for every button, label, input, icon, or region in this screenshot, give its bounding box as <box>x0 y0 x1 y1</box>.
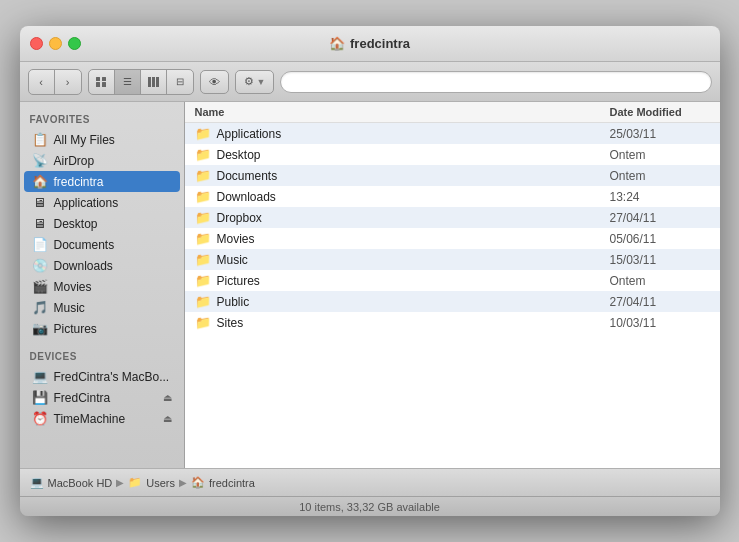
sidebar-item-label: Applications <box>54 196 119 210</box>
file-date: 25/03/11 <box>610 127 710 141</box>
chevron-down-icon: ▼ <box>257 77 266 87</box>
maximize-button[interactable] <box>68 37 81 50</box>
title-text: fredcintra <box>350 36 410 51</box>
folder-icon: 📁 <box>195 210 211 225</box>
view-buttons: ☰ ⊟ <box>88 69 194 95</box>
folder-icon: 📁 <box>195 147 211 162</box>
sidebar-item-label: Movies <box>54 280 92 294</box>
file-name: Sites <box>217 316 610 330</box>
file-date: 27/04/11 <box>610 295 710 309</box>
minimize-button[interactable] <box>49 37 62 50</box>
sidebar-item-movies[interactable]: 🎬 Movies <box>24 276 180 297</box>
table-row[interactable]: 📁 Downloads 13:24 <box>185 186 720 207</box>
sidebar-item-label: Pictures <box>54 322 97 336</box>
applications-icon: 🖥 <box>32 195 48 210</box>
table-row[interactable]: 📁 Public 27/04/11 <box>185 291 720 312</box>
folder-small-icon: 📁 <box>128 476 142 489</box>
file-date: Ontem <box>610 274 710 288</box>
home-small-icon: 🏠 <box>191 476 205 489</box>
status-bar: 10 items, 33,32 GB available <box>20 496 720 516</box>
sidebar-item-label: FredCintra <box>54 391 157 405</box>
gear-icon: ⚙ <box>244 75 254 88</box>
devices-label: DEVICES <box>20 347 184 366</box>
downloads-icon: 💿 <box>32 258 48 273</box>
sidebar-item-all-my-files[interactable]: 📋 All My Files <box>24 129 180 150</box>
table-row[interactable]: 📁 Sites 10/03/11 <box>185 312 720 333</box>
sidebar-item-timemachine[interactable]: ⏰ TimeMachine ⏏ <box>24 408 180 429</box>
folder-icon: 📁 <box>195 252 211 267</box>
file-name: Public <box>217 295 610 309</box>
file-list: 📁 Applications 25/03/11 📁 Desktop Ontem … <box>185 123 720 468</box>
sidebar-item-macbook[interactable]: 💻 FredCintra's MacBo... <box>24 366 180 387</box>
file-name: Movies <box>217 232 610 246</box>
sidebar-item-airdrop[interactable]: 📡 AirDrop <box>24 150 180 171</box>
sidebar: FAVORITES 📋 All My Files 📡 AirDrop 🏠 fre… <box>20 102 185 468</box>
traffic-lights <box>30 37 81 50</box>
table-row[interactable]: 📁 Pictures Ontem <box>185 270 720 291</box>
file-name: Dropbox <box>217 211 610 225</box>
search-input[interactable] <box>280 71 711 93</box>
file-name: Applications <box>217 127 610 141</box>
desktop-icon: 🖥 <box>32 216 48 231</box>
timemachine-icon: ⏰ <box>32 411 48 426</box>
sidebar-item-downloads[interactable]: 💿 Downloads <box>24 255 180 276</box>
file-name: Downloads <box>217 190 610 204</box>
table-row[interactable]: 📁 Music 15/03/11 <box>185 249 720 270</box>
status-text: 10 items, 33,32 GB available <box>299 501 440 513</box>
action-button[interactable]: ⚙ ▼ <box>235 70 275 94</box>
file-name: Documents <box>217 169 610 183</box>
column-view-button[interactable] <box>141 70 167 94</box>
macbook-icon: 💻 <box>32 369 48 384</box>
cover-flow-button[interactable]: ⊟ <box>167 70 193 94</box>
eye-icon: 👁 <box>209 76 220 88</box>
sidebar-item-fredcintra[interactable]: 🏠 fredcintra <box>24 171 180 192</box>
table-row[interactable]: 📁 Dropbox 27/04/11 <box>185 207 720 228</box>
nav-buttons: ‹ › <box>28 69 82 95</box>
sidebar-item-label: fredcintra <box>54 175 104 189</box>
breadcrumb-separator: ▶ <box>116 477 124 488</box>
table-row[interactable]: 📁 Desktop Ontem <box>185 144 720 165</box>
sidebar-item-applications[interactable]: 🖥 Applications <box>24 192 180 213</box>
eye-button[interactable]: 👁 <box>200 70 229 94</box>
file-name: Desktop <box>217 148 610 162</box>
icon-view-button[interactable] <box>89 70 115 94</box>
breadcrumb-label: fredcintra <box>209 477 255 489</box>
table-row[interactable]: 📁 Movies 05/06/11 <box>185 228 720 249</box>
window-title: 🏠 fredcintra <box>329 36 410 51</box>
table-row[interactable]: 📁 Applications 25/03/11 <box>185 123 720 144</box>
breadcrumb-macbook[interactable]: 💻 MacBook HD <box>30 476 113 489</box>
breadcrumb-separator: ▶ <box>179 477 187 488</box>
sidebar-item-documents[interactable]: 📄 Documents <box>24 234 180 255</box>
macbook-small-icon: 💻 <box>30 476 44 489</box>
titlebar: 🏠 fredcintra <box>20 26 720 62</box>
file-date: Ontem <box>610 169 710 183</box>
file-date: Ontem <box>610 148 710 162</box>
sidebar-item-label: Documents <box>54 238 115 252</box>
pictures-icon: 📷 <box>32 321 48 336</box>
sidebar-item-fredcintra-disk[interactable]: 💾 FredCintra ⏏ <box>24 387 180 408</box>
sidebar-item-music[interactable]: 🎵 Music <box>24 297 180 318</box>
list-view-button[interactable]: ☰ <box>115 70 141 94</box>
col-name-header: Name <box>195 106 610 118</box>
sidebar-item-pictures[interactable]: 📷 Pictures <box>24 318 180 339</box>
folder-icon: 📁 <box>195 294 211 309</box>
forward-button[interactable]: › <box>55 70 81 94</box>
file-date: 15/03/11 <box>610 253 710 267</box>
airdrop-icon: 📡 <box>32 153 48 168</box>
folder-icon: 📁 <box>195 168 211 183</box>
sidebar-item-label: All My Files <box>54 133 115 147</box>
breadcrumb-fredcintra[interactable]: 🏠 fredcintra <box>191 476 255 489</box>
back-button[interactable]: ‹ <box>29 70 55 94</box>
breadcrumb-users[interactable]: 📁 Users <box>128 476 175 489</box>
breadcrumb-label: MacBook HD <box>48 477 113 489</box>
files-icon: 📋 <box>32 132 48 147</box>
documents-icon: 📄 <box>32 237 48 252</box>
file-content: Name Date Modified 📁 Applications 25/03/… <box>185 102 720 468</box>
eject-icon[interactable]: ⏏ <box>163 392 172 403</box>
eject-icon[interactable]: ⏏ <box>163 413 172 424</box>
folder-icon: 📁 <box>195 126 211 141</box>
close-button[interactable] <box>30 37 43 50</box>
folder-icon: 📁 <box>195 273 211 288</box>
sidebar-item-desktop[interactable]: 🖥 Desktop <box>24 213 180 234</box>
table-row[interactable]: 📁 Documents Ontem <box>185 165 720 186</box>
